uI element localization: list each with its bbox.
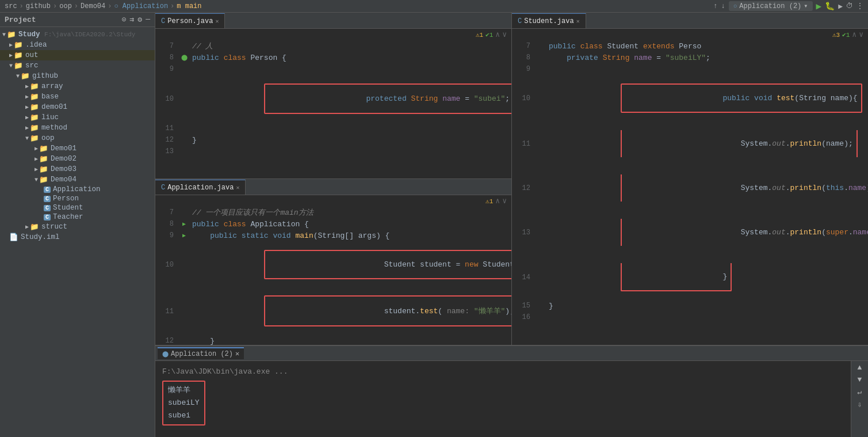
breadcrumb-application[interactable]: ○ Application <box>114 2 168 10</box>
tab-student-java[interactable]: C Student.java ✕ <box>512 13 586 28</box>
output-lazyang: 懒羊羊 <box>168 386 190 394</box>
sidebar-item-array[interactable]: ▶ 📁 array <box>0 81 155 92</box>
tree-root[interactable]: ▼ 📁 Study F:\java\IDEA2020.2\Study <box>0 29 155 40</box>
sidebar-icons: ⊙ ⇉ ⚙ — <box>122 15 150 24</box>
idea-label: .idea <box>25 41 47 49</box>
debug-button[interactable]: 🐛 <box>825 1 835 11</box>
sidebar-item-out[interactable]: ▶ 📁 out <box>0 50 155 60</box>
application-close-btn[interactable]: ✕ <box>236 184 239 191</box>
student-indicators: ⚠3 ✔1 ∧ ∨ <box>512 29 868 40</box>
person-line-8: 8 ⬤ public class Person { <box>155 52 511 63</box>
run-button[interactable]: ▶ <box>816 1 822 12</box>
sidebar-item-struct[interactable]: ▶ 📁 struct <box>0 222 155 232</box>
Demo02-label: Demo02 <box>51 155 77 163</box>
sidebar-item-Student[interactable]: C Student <box>0 203 155 212</box>
console-cmd-line: F:\Java\JDK\bin\java.exe ... <box>162 366 844 378</box>
console-output-box: 懒羊羊 subeiLY subei <box>162 381 205 425</box>
sidebar-item-Application[interactable]: C Application <box>0 185 155 194</box>
breadcrumb-src[interactable]: src <box>5 2 17 10</box>
sidebar: Project ⊙ ⇉ ⚙ — ▼ 📁 Study F:\java\IDEA20… <box>0 13 155 437</box>
tab-application-java[interactable]: C Application.java ✕ <box>155 180 246 195</box>
console-tab-application[interactable]: ⬤ Application (2) ✕ <box>158 347 244 359</box>
config-icon: ○ <box>733 3 737 10</box>
run-config-label: Application (2) <box>739 2 801 10</box>
array-arrow: ▶ <box>25 83 29 90</box>
collapse-icon[interactable]: ⇉ <box>130 15 135 24</box>
base-arrow: ▶ <box>25 93 29 100</box>
oop-folder-icon: 📁 <box>30 134 39 143</box>
person-indicators: ⚠1 ✔1 ∧ ∨ <box>155 29 511 40</box>
sidebar-item-oop[interactable]: ▼ 📁 oop <box>0 133 155 143</box>
application-java-editor[interactable]: ⚠1 ∧ ∨ 7 // 一个项目应该只有一个main方法 8 <box>155 195 511 345</box>
application-tab-bar: C Application.java ✕ <box>155 179 511 195</box>
nav-forward-icon[interactable]: ↓ <box>721 2 725 10</box>
student-ok: ✔1 <box>842 31 850 39</box>
sidebar-item-method[interactable]: ▶ 📁 method <box>0 123 155 133</box>
student-java-editor[interactable]: ⚠3 ✔1 ∧ ∨ 7 public class Student extends… <box>512 29 868 345</box>
console-close-btn[interactable]: ✕ <box>235 349 239 358</box>
more-button[interactable]: ⋮ <box>856 2 863 10</box>
student-line-11: 11 System.out.println(name); <box>512 121 868 166</box>
breadcrumb-oop[interactable]: oop <box>59 2 72 10</box>
console-cmd-text: F:\Java\JDK\bin\java.exe ... <box>162 367 288 376</box>
output-subei: subei <box>168 411 190 420</box>
app-line-8: 8 ▶ public class Application { <box>155 218 511 230</box>
sidebar-item-Demo04[interactable]: ▼ 📁 Demo04 <box>0 174 155 185</box>
sidebar-item-demo01[interactable]: ▶ 📁 demo01 <box>0 102 155 112</box>
app-line-9: 9 ▶ public static void main(String[] arg… <box>155 230 511 241</box>
base-label: base <box>41 93 59 101</box>
breadcrumb-demo04[interactable]: Demo04 <box>81 2 105 10</box>
student-close-btn[interactable]: ✕ <box>576 18 580 25</box>
sidebar-item-study-iml[interactable]: 📄 Study.iml <box>0 232 155 242</box>
sidebar-item-src[interactable]: ▼ 📁 src <box>0 60 155 71</box>
Demo04-folder-icon: 📁 <box>39 175 48 184</box>
wrap-icon[interactable]: ↵ <box>858 387 862 397</box>
github-label: github <box>32 72 58 80</box>
idea-arrow: ▶ <box>9 41 13 48</box>
locate-icon[interactable]: ⊙ <box>122 15 127 24</box>
sidebar-item-Teacher[interactable]: C Teacher <box>0 212 155 222</box>
sidebar-item-Demo01[interactable]: ▶ 📁 Demo01 <box>0 143 155 154</box>
array-folder-icon: 📁 <box>30 82 39 91</box>
person-tab-bar: C Person.java ✕ <box>155 13 511 29</box>
struct-folder-icon: 📁 <box>30 222 39 231</box>
pin-icon[interactable]: ⇩ <box>858 400 862 409</box>
person-java-icon: C <box>161 17 165 25</box>
sidebar-item-idea[interactable]: ▶ 📁 .idea <box>0 40 155 50</box>
scroll-up-icon[interactable]: ▲ <box>858 363 862 372</box>
sidebar-item-github[interactable]: ▼ 📁 github <box>0 71 155 81</box>
person-tab-label: Person.java <box>167 17 213 25</box>
person-label: Person <box>53 195 79 203</box>
sidebar-item-base[interactable]: ▶ 📁 base <box>0 92 155 102</box>
app-indicators: ⚠1 ∧ ∨ <box>155 195 511 207</box>
nav-back-icon[interactable]: ↑ <box>713 2 717 10</box>
demo01-folder-icon: 📁 <box>30 102 39 112</box>
breadcrumb-github[interactable]: github <box>26 2 51 10</box>
Demo03-folder-icon: 📁 <box>39 165 48 174</box>
breadcrumb-main[interactable]: m main <box>177 2 201 10</box>
console-main: ⬤ Application (2) ✕ F:\Java\JDK\bin\java… <box>155 346 868 437</box>
Demo03-label: Demo03 <box>51 165 77 173</box>
base-folder-icon: 📁 <box>30 92 39 101</box>
settings-icon[interactable]: ⚙ <box>137 15 142 24</box>
iml-label: Study.iml <box>21 233 60 241</box>
app-line-11: 11 student.test( name: "懒羊羊"); <box>155 288 511 335</box>
student-line-10: 10 public void test(String name){ <box>512 75 868 121</box>
sidebar-item-Person[interactable]: C Person <box>0 194 155 203</box>
console-output-line-1: 懒羊羊 <box>168 384 200 397</box>
person-java-editor[interactable]: ⚠1 ✔1 ∧ ∨ 7 // 人 8 <box>155 29 511 179</box>
sidebar-item-liuc[interactable]: ▶ 📁 liuc <box>0 112 155 123</box>
sidebar-item-Demo02[interactable]: ▶ 📁 Demo02 <box>0 154 155 164</box>
tab-person-java[interactable]: C Person.java ✕ <box>155 13 225 28</box>
profile-button[interactable]: ⏱ <box>846 2 853 10</box>
person-close-btn[interactable]: ✕ <box>215 18 219 25</box>
close-icon[interactable]: — <box>146 15 150 24</box>
out-label: out <box>25 51 39 59</box>
student-line-12: 12 System.out.println(this.name); <box>512 166 868 210</box>
coverage-button[interactable]: ▶ <box>838 2 843 11</box>
Demo01-arrow: ▶ <box>35 145 38 152</box>
sidebar-item-Demo03[interactable]: ▶ 📁 Demo03 <box>0 164 155 174</box>
scroll-down-icon[interactable]: ▼ <box>858 375 862 384</box>
run-config-dropdown[interactable]: ○ Application (2) ▾ <box>729 1 813 11</box>
person-ok: ✔1 <box>485 31 493 39</box>
